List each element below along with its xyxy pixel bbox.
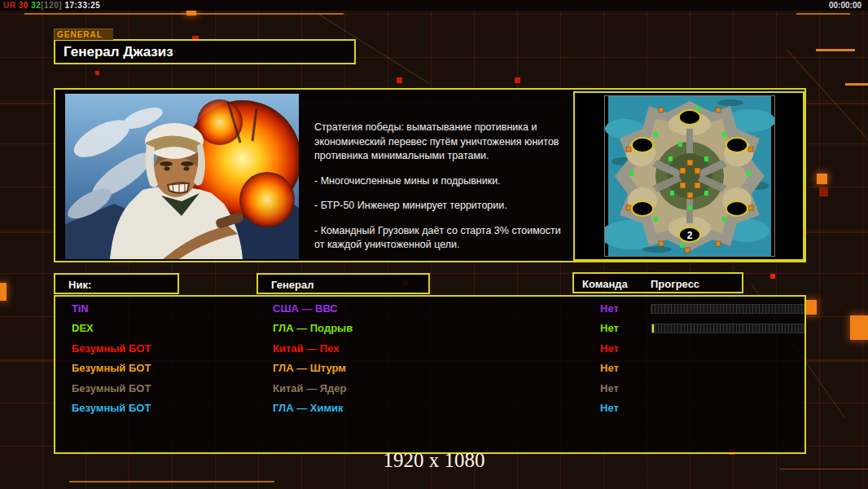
general-info-panel: Стратегия победы: выматывание противника… <box>54 88 806 262</box>
player-general: США — ВВС <box>273 302 338 315</box>
progress-bar <box>651 324 804 333</box>
minimap-box: 2 <box>573 91 804 261</box>
general-tab-label: GENERAL <box>54 29 113 40</box>
decor-line <box>796 13 850 15</box>
decor-line <box>816 49 855 51</box>
decor-line <box>69 481 274 482</box>
progress-fill <box>652 324 654 333</box>
decor-square <box>397 77 402 83</box>
decor-square <box>806 300 817 315</box>
player-general: Китай — Ядер <box>273 382 347 394</box>
decor-square <box>95 71 99 75</box>
decor-square <box>817 174 827 184</box>
column-header-general: Генерал <box>256 273 430 294</box>
player-team: Нет <box>600 362 619 374</box>
description-paragraph: Стратегия победы: выматывание противника… <box>314 121 565 164</box>
fps-counter: UR 30 32[120] 17:33:25 <box>3 0 100 11</box>
player-row: TiN США — ВВС Нет <box>55 299 804 319</box>
player-nick: DEX <box>72 322 94 334</box>
player-general: ГЛА — Химик <box>273 402 344 414</box>
description-paragraph: - Командный Грузовик даёт со старта 3% с… <box>314 224 565 253</box>
resolution-label: 1920 x 1080 <box>0 449 868 472</box>
player-row: Безумный БОТ Китай — Ядер Нет <box>55 379 804 399</box>
description-paragraph: - Многочисленные мины и подрывники. <box>314 174 565 189</box>
player-nick: Безумный БОТ <box>72 342 151 355</box>
clock: 17:33:25 <box>64 1 100 10</box>
description-paragraph: - БТР-50 Инженер минирует территории. <box>314 199 565 214</box>
player-row: Безумный БОТ ГЛА — Штурм Нет <box>55 359 804 378</box>
header-label: Генерал <box>271 279 313 291</box>
player-general: ГЛА — Подрыв <box>273 322 353 334</box>
header-label-progress: Прогресс <box>651 278 699 290</box>
decor-square <box>770 274 775 279</box>
player-nick: Безумный БОТ <box>72 382 151 394</box>
player-row: DEX ГЛА — Подрыв Нет <box>55 319 804 338</box>
progress-bar <box>651 304 804 314</box>
player-team: Нет <box>600 342 619 355</box>
fps-label: UR <box>3 1 15 10</box>
player-team: Нет <box>600 402 619 414</box>
decor-line <box>845 83 868 86</box>
fps-value: 30 <box>19 1 28 10</box>
decor-square <box>850 315 868 340</box>
strategy-description: Стратегия победы: выматывание противника… <box>314 121 565 263</box>
decor-square <box>819 187 828 196</box>
header-label: Ник: <box>68 279 91 291</box>
player-nick: TiN <box>72 302 89 315</box>
player-nick: Безумный БОТ <box>72 362 151 374</box>
player-team: Нет <box>600 302 619 315</box>
player-nick: Безумный БОТ <box>72 402 151 414</box>
header-label-team: Команда <box>582 278 628 290</box>
start-marker-number: 2 <box>687 230 693 241</box>
player-general: ГЛА — Штурм <box>273 362 346 374</box>
status-bar: UR 30 32[120] 17:33:25 00:00:00 <box>0 0 868 11</box>
page-title: Генерал Джазиз <box>64 44 173 60</box>
game-timer: 00:00:00 <box>829 0 861 11</box>
player-row: Безумный БОТ Китай — Пех Нет <box>55 339 804 359</box>
fps-limit: [120] <box>41 1 62 10</box>
general-portrait <box>65 94 299 259</box>
fps-value2: 32 <box>31 1 41 10</box>
player-team: Нет <box>600 322 619 334</box>
decor-line <box>24 13 344 15</box>
column-header-team-progress: Команда Прогресс <box>572 272 743 293</box>
player-row: Безумный БОТ ГЛА — Химик Нет <box>55 399 804 418</box>
player-general: Китай — Пех <box>273 342 339 355</box>
column-header-nick: Ник: <box>54 273 179 294</box>
general-title-box: Генерал Джазиз <box>54 39 356 64</box>
player-team: Нет <box>600 382 619 394</box>
player-table: TiN США — ВВС Нет DEX ГЛА — Подрыв Нет Б… <box>54 295 806 454</box>
decor-square <box>0 283 7 301</box>
map-preview: 2 <box>604 95 775 257</box>
decor-square <box>515 77 520 83</box>
